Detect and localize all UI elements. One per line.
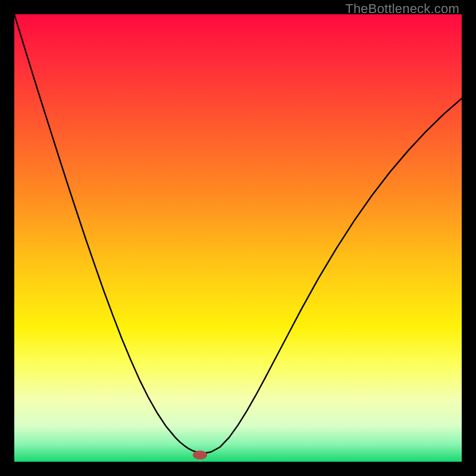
- chart-background: [14, 14, 462, 462]
- watermark-text: TheBottleneck.com: [345, 1, 459, 17]
- chart-marker: [193, 450, 207, 459]
- chart-frame: [14, 14, 462, 462]
- chart-svg: [14, 14, 462, 462]
